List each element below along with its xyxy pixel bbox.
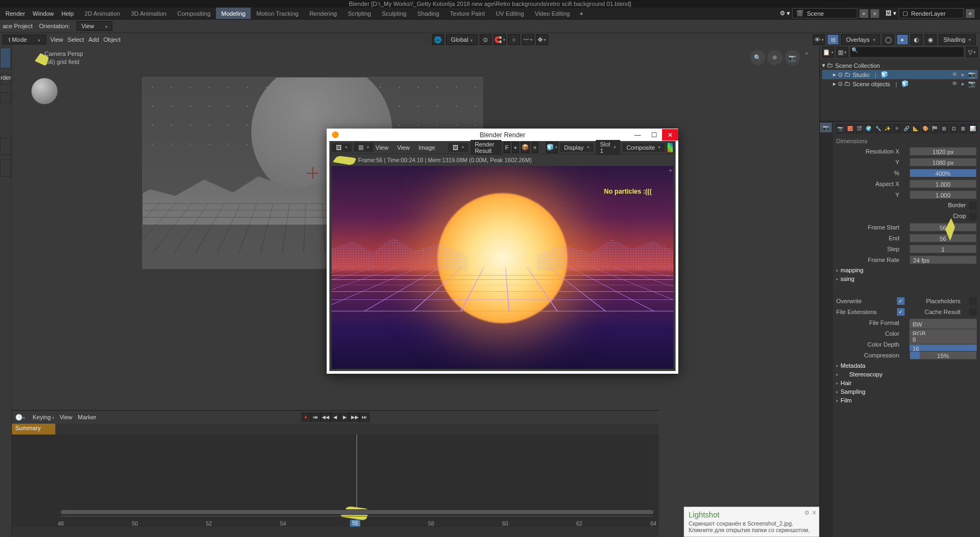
orientation-global[interactable]: Global <box>446 34 478 45</box>
restrict-icon[interactable]: ▸ <box>959 80 967 87</box>
view3d-object-menu[interactable]: Object <box>103 36 120 43</box>
renderlayer-field[interactable]: ▢RenderLayer <box>899 8 964 18</box>
scene-name-field[interactable]: 🎬Scene <box>792 8 857 18</box>
ctx-icon[interactable]: ⊠ <box>959 124 967 133</box>
workspace-tab[interactable]: Texture Paint <box>444 8 490 19</box>
render-vis-icon[interactable]: 📷 <box>968 71 976 78</box>
keyframe-next-button[interactable]: ▶▶ <box>350 412 360 422</box>
proportional-icon[interactable]: ○ <box>508 34 520 45</box>
snap-icon[interactable]: 🧲 <box>494 34 506 45</box>
shading-wireframe[interactable]: ◯ <box>882 34 894 45</box>
renderlayer-new-button[interactable]: + <box>966 9 975 18</box>
tool-scale[interactable] <box>0 159 11 177</box>
pass-dropdown[interactable]: Composite <box>622 143 665 152</box>
play-button[interactable]: ▶ <box>340 412 350 422</box>
workspace-tab[interactable]: 2D Animation <box>79 8 125 19</box>
image-view-menu[interactable]: View <box>376 144 389 151</box>
uv-icon[interactable]: 🧊 <box>546 142 558 153</box>
tool-select[interactable] <box>0 48 11 68</box>
timeline-keying-menu[interactable]: Keying <box>33 414 54 420</box>
image-browse-icon[interactable]: 🖼 <box>448 143 468 152</box>
overwrite-checkbox[interactable]: ✓ <box>897 297 905 305</box>
visibility-icon[interactable]: 👁 <box>813 34 825 45</box>
overlays-dropdown[interactable]: Overlays <box>841 34 880 45</box>
record-button[interactable]: ● <box>301 412 311 422</box>
film-panel[interactable]: Film <box>836 397 977 404</box>
timeline-scrollbar[interactable] <box>61 509 653 515</box>
lightshot-close-icon[interactable]: ✕ <box>812 509 817 516</box>
resolution-x-field[interactable]: 1920 px <box>909 147 977 156</box>
view3d-select-menu[interactable]: Select <box>67 36 84 43</box>
image-name-field[interactable]: Render Result <box>470 140 501 155</box>
proportional-falloff-icon[interactable]: 〰 <box>522 34 534 45</box>
ctx-icon[interactable]: 🎨 <box>921 124 930 133</box>
viewport-expand-icon[interactable]: + <box>669 167 672 174</box>
display-channels-icon[interactable] <box>667 142 673 153</box>
close-button[interactable]: ✕ <box>662 129 678 140</box>
slot-dropdown[interactable]: Slot 1 <box>596 140 620 155</box>
outliner-filter-icon[interactable]: ▽ <box>966 47 978 57</box>
aspect-x-field[interactable]: 1.000 <box>909 180 977 188</box>
file-extensions-checkbox[interactable]: ✓ <box>897 308 905 316</box>
image-image-menu[interactable]: Image <box>418 144 435 151</box>
scene-delete-button[interactable]: × <box>870 9 879 18</box>
shading-solid[interactable]: ● <box>896 34 908 45</box>
eye-icon[interactable]: 👁 <box>951 71 958 78</box>
restrict-icon[interactable]: ▸ <box>959 71 967 78</box>
pivot-icon[interactable]: ⊙ <box>480 34 492 45</box>
outliner-display-mode[interactable]: ▥ <box>836 47 848 57</box>
compression-field[interactable]: 15% <box>909 351 977 360</box>
timeline-track[interactable]: 56 485052545658606264 <box>12 434 659 527</box>
image-remove-button[interactable]: × <box>532 142 538 153</box>
hair-panel[interactable]: Hair <box>836 380 977 386</box>
frame-rate-field[interactable]: 24 fps <box>909 255 977 264</box>
workspace-tab[interactable]: Shading <box>412 8 444 19</box>
keyframe-prev-button[interactable]: ◀◀ <box>321 412 330 422</box>
ctx-icon[interactable]: 📷 <box>836 124 844 133</box>
add-workspace-button[interactable]: + <box>575 10 587 17</box>
tree-collection-root[interactable]: ▾ 🗀 Scene Collection <box>822 61 978 70</box>
gizmo-icon[interactable]: ✥ <box>536 34 548 45</box>
tool-rotate[interactable] <box>0 138 11 155</box>
scene-browse-icon[interactable]: ⚙ ▾ <box>780 10 790 17</box>
resolution-percent-field[interactable]: 400% <box>909 169 977 177</box>
postprocessing-panel[interactable]: ssing <box>836 276 977 282</box>
tree-row[interactable]: ▸ ⊙ 🗀 Studio|🧊👁▸📷 <box>822 70 978 79</box>
outliner-editor-type-icon[interactable]: 📋 <box>822 47 834 57</box>
remapping-panel[interactable]: mapping <box>836 267 977 273</box>
cache-result-checkbox[interactable] <box>969 308 977 316</box>
crop-checkbox[interactable] <box>969 213 977 220</box>
frame-start-field[interactable]: 56 <box>909 223 977 232</box>
lightshot-settings-icon[interactable]: ⚙ <box>804 509 810 516</box>
image-view2-menu[interactable]: View <box>397 144 410 151</box>
ctx-icon[interactable]: 🔗 <box>902 124 911 133</box>
layer-browse-icon[interactable]: 🖼 ▾ <box>886 10 896 17</box>
shading-lookdev[interactable]: ◐ <box>911 34 922 45</box>
workspace-tab[interactable]: Sculpting <box>377 8 412 19</box>
menu-help[interactable]: Help <box>61 10 74 17</box>
editor-type-icon[interactable]: 🖼 <box>332 143 352 152</box>
timeline-summary-row[interactable]: Summary <box>12 424 55 434</box>
render-image[interactable]: No particles :((( + <box>332 166 673 369</box>
mode-select[interactable]: t Mode <box>3 35 46 44</box>
ctx-icon[interactable]: ⊡ <box>950 124 958 133</box>
lightshot-notification[interactable]: ⚙✕ Lightshot Скриншот сохранён в Screens… <box>684 507 819 537</box>
workspace-tab[interactable]: UV Editing <box>491 8 530 19</box>
shading-rendered[interactable]: ◉ <box>925 34 937 45</box>
nav-pan-icon[interactable]: ✥ <box>767 50 782 65</box>
view3d-add-menu[interactable]: Add <box>88 36 99 43</box>
aspect-y-field[interactable]: 1.000 <box>909 190 977 199</box>
fake-user-button[interactable]: F <box>504 142 510 153</box>
tool-move[interactable] <box>0 92 11 103</box>
menu-render[interactable]: Render <box>5 10 25 17</box>
workspace-tab[interactable]: Motion Tracking <box>251 8 304 19</box>
menu-window[interactable]: Window <box>33 10 54 17</box>
workspace-tab[interactable]: Rendering <box>304 8 342 19</box>
ctx-icon[interactable]: 🌍 <box>864 124 873 133</box>
outliner-search[interactable] <box>850 47 964 57</box>
tool-cursor[interactable]: rder <box>0 74 11 85</box>
ctx-icon[interactable]: 📐 <box>912 124 920 133</box>
eye-icon[interactable]: 👁 <box>951 80 958 87</box>
maximize-button[interactable]: ☐ <box>646 129 662 140</box>
render-vis-icon[interactable]: 📷 <box>968 80 976 87</box>
